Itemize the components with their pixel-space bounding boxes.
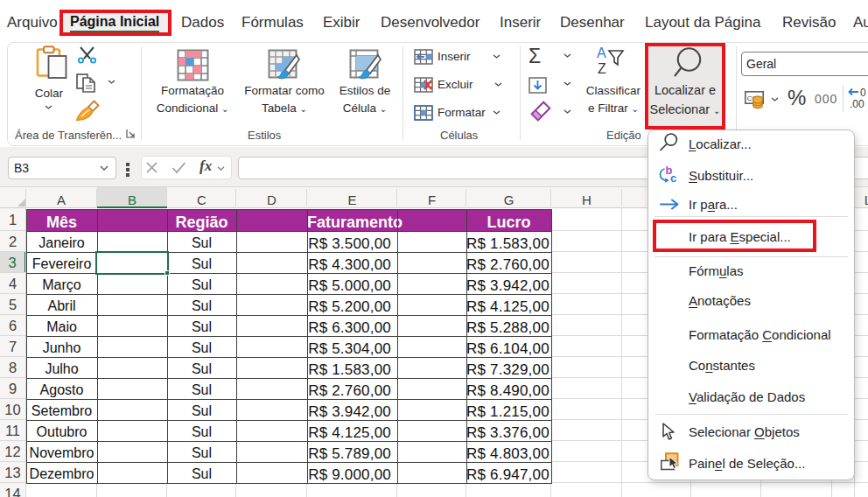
- svg-text:0: 0: [860, 87, 866, 99]
- svg-text:.00: .00: [850, 98, 864, 110]
- svg-text:Z: Z: [598, 61, 606, 76]
- svg-text:A: A: [597, 46, 606, 60]
- svg-text:c: c: [670, 172, 676, 185]
